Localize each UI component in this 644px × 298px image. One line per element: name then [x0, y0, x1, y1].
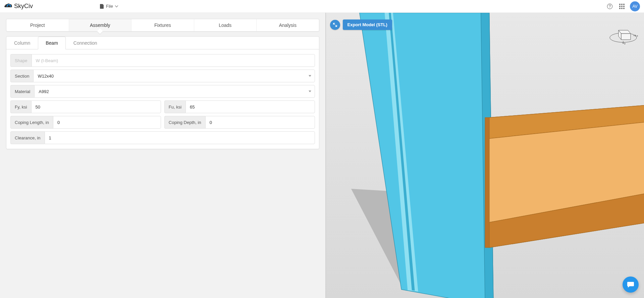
- sub-tabs: Column Beam Connection: [6, 37, 319, 49]
- section-label: Section: [10, 70, 33, 82]
- topbar: SkyCiv File AV: [0, 0, 644, 13]
- shape-value: W (I-Beam): [32, 54, 315, 67]
- subtab-connection[interactable]: Connection: [66, 37, 105, 49]
- clearance-input-wrap: [45, 131, 315, 144]
- tab-analysis[interactable]: Analysis: [257, 19, 319, 31]
- fu-input-wrap: [185, 100, 315, 113]
- coping-depth-input[interactable]: [210, 120, 311, 125]
- fu-field: Fu, ksi: [164, 100, 315, 113]
- export-model-button[interactable]: Export Model (STL): [343, 19, 392, 30]
- material-select[interactable]: A992: [34, 85, 315, 98]
- fy-label: Fy, ksi: [10, 100, 31, 113]
- coping-depth-label: Coping Depth, in: [164, 116, 205, 129]
- viewport-toolbar: Export Model (STL): [330, 19, 392, 30]
- left-pane: Project Assembly Fixtures Loads Analysis…: [0, 13, 325, 298]
- coping-length-field: Coping Length, in: [10, 116, 161, 129]
- chevron-down-icon: [309, 75, 311, 77]
- section-value: W12x40: [38, 74, 54, 79]
- main-area: Project Assembly Fixtures Loads Analysis…: [0, 13, 644, 298]
- chevron-down-icon: [115, 5, 118, 7]
- svg-point-1: [609, 7, 610, 8]
- assembly-panel: Column Beam Connection Shape W (I-Beam) …: [6, 36, 319, 149]
- fy-field: Fy, ksi: [10, 100, 161, 113]
- chat-support-button[interactable]: [623, 276, 639, 293]
- expand-viewport-button[interactable]: [330, 20, 340, 30]
- material-field: Material A992: [10, 85, 315, 98]
- fy-input[interactable]: [36, 104, 157, 110]
- svg-text:x: x: [637, 34, 638, 37]
- clearance-field: Clearance, in: [10, 131, 315, 144]
- orientation-widget[interactable]: x z: [608, 24, 638, 46]
- chevron-down-icon: [309, 91, 311, 92]
- help-button[interactable]: [604, 1, 615, 12]
- subtab-column[interactable]: Column: [6, 37, 38, 49]
- file-menu[interactable]: File: [100, 4, 118, 9]
- clearance-input[interactable]: [49, 135, 311, 140]
- material-label: Material: [10, 85, 34, 98]
- material-value: A992: [39, 89, 49, 94]
- file-menu-label: File: [106, 4, 113, 9]
- subtab-beam[interactable]: Beam: [38, 37, 66, 49]
- beam-form: Shape W (I-Beam) Section W12x40: [10, 54, 315, 144]
- main-tabs: Project Assembly Fixtures Loads Analysis: [6, 19, 319, 32]
- section-select[interactable]: W12x40: [33, 70, 315, 82]
- svg-text:z: z: [624, 42, 626, 45]
- coping-length-label: Coping Length, in: [10, 116, 53, 129]
- user-avatar[interactable]: AV: [630, 1, 640, 11]
- tab-loads[interactable]: Loads: [194, 19, 257, 31]
- apps-grid-icon: [619, 4, 625, 9]
- svg-marker-15: [621, 34, 631, 40]
- fu-input[interactable]: [190, 104, 311, 110]
- svg-marker-11: [485, 118, 489, 248]
- expand-icon: [333, 23, 337, 27]
- help-icon: [607, 3, 613, 9]
- coping-depth-input-wrap: [205, 116, 315, 129]
- svg-marker-3: [359, 13, 493, 298]
- coping-length-input-wrap: [53, 116, 161, 129]
- tab-project[interactable]: Project: [6, 19, 69, 31]
- fu-label: Fu, ksi: [164, 100, 185, 113]
- document-icon: [100, 4, 104, 9]
- clearance-label: Clearance, in: [10, 131, 45, 144]
- fy-input-wrap: [31, 100, 161, 113]
- brand-name: SkyCiv: [14, 3, 33, 10]
- coping-length-input[interactable]: [57, 120, 157, 125]
- tab-fixtures[interactable]: Fixtures: [131, 19, 194, 31]
- tab-assembly[interactable]: Assembly: [69, 19, 132, 31]
- chat-icon: [627, 281, 635, 289]
- coping-depth-field: Coping Depth, in: [164, 116, 315, 129]
- shape-field: Shape W (I-Beam): [10, 54, 315, 67]
- section-field: Section W12x40: [10, 70, 315, 82]
- apps-button[interactable]: [616, 1, 627, 12]
- brand-logo[interactable]: SkyCiv: [4, 2, 33, 10]
- skyciv-logo-icon: [4, 2, 13, 10]
- viewport[interactable]: Export Model (STL) x z: [325, 13, 644, 298]
- scene-3d: [326, 13, 644, 298]
- shape-label: Shape: [10, 54, 32, 67]
